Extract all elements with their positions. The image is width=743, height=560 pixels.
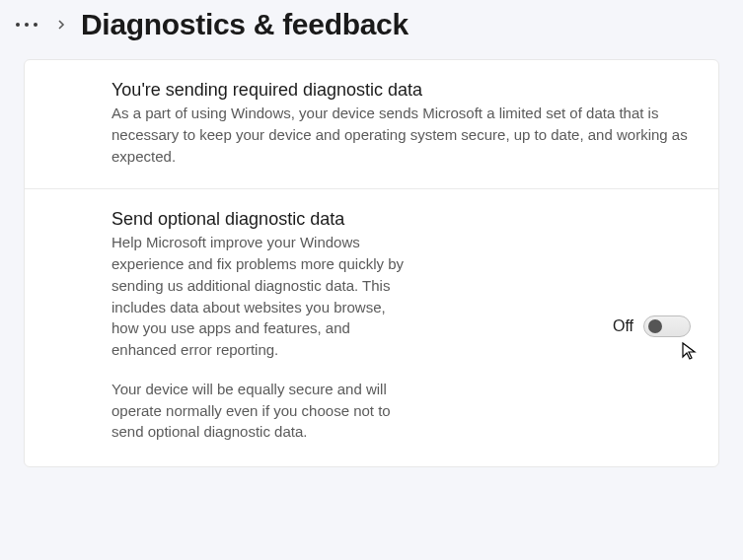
required-title: You're sending required diagnostic data — [111, 80, 695, 101]
chevron-right-icon — [55, 19, 67, 31]
cursor-icon — [681, 341, 699, 365]
optional-title: Send optional diagnostic data — [111, 209, 408, 230]
page-title: Diagnostics & feedback — [81, 8, 409, 41]
page-header: Diagnostics & feedback — [0, 0, 743, 59]
optional-toggle-group: Off — [613, 315, 691, 337]
toggle-knob — [648, 319, 662, 333]
optional-desc-2: Your device will be equally secure and w… — [111, 379, 408, 443]
optional-text: Send optional diagnostic data Help Micro… — [111, 209, 408, 443]
more-icon[interactable] — [12, 19, 41, 31]
settings-card: You're sending required diagnostic data … — [24, 59, 719, 467]
toggle-state-label: Off — [613, 317, 633, 335]
optional-diagnostic-section: Send optional diagnostic data Help Micro… — [25, 189, 718, 466]
required-desc: As a part of using Windows, your device … — [111, 103, 695, 167]
required-diagnostic-section: You're sending required diagnostic data … — [25, 60, 718, 189]
content-area: You're sending required diagnostic data … — [0, 59, 743, 467]
optional-desc: Help Microsoft improve your Windows expe… — [111, 232, 408, 361]
optional-diagnostic-toggle[interactable] — [643, 315, 691, 337]
